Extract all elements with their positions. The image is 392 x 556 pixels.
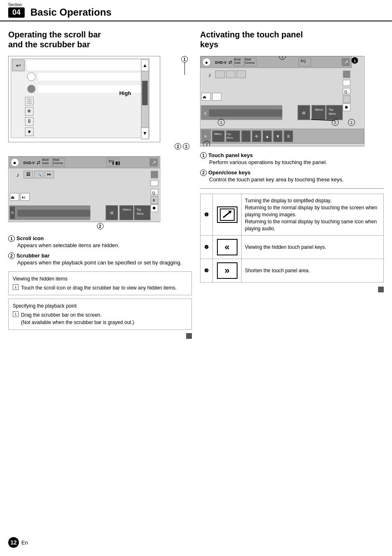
row2-icon-box: « — [217, 239, 238, 255]
svg-text:1: 1 — [354, 59, 356, 63]
right-column: Activating the touch panel keys ⏺ DVD-V … — [200, 30, 384, 340]
svg-text:▲: ▲ — [265, 134, 269, 139]
left-column: Operating the scroll bar and the scrubbe… — [8, 30, 192, 340]
svg-text:Cinema: Cinema — [245, 61, 255, 64]
row1-icon-box — [217, 206, 238, 223]
svg-text:🖼: 🖼 — [26, 172, 30, 176]
right-desc-list: 1 Touch panel keys Perform various opera… — [200, 152, 384, 183]
info-box-1: Viewing the hidden items 1 Touch the scr… — [8, 271, 192, 295]
svg-text:«: « — [302, 109, 306, 116]
language-label: En — [21, 540, 28, 546]
svg-text:⏺: ⏺ — [152, 206, 156, 210]
svg-text:⇄: ⇄ — [37, 160, 40, 165]
right-block-icon — [378, 287, 384, 292]
svg-rect-50 — [151, 180, 158, 186]
row2-icon-cell: « — [213, 236, 242, 259]
row1-icon-cell — [213, 194, 242, 236]
svg-text:⏏: ⏏ — [203, 95, 206, 99]
dvd-callout2: 2 — [8, 223, 192, 229]
svg-text:✛: ✛ — [255, 134, 258, 139]
svg-text:✳: ✳ — [27, 108, 32, 114]
svg-text:▲: ▲ — [143, 63, 148, 68]
svg-text:▼: ▼ — [276, 134, 280, 139]
left-desc-list: 1 Scroll icon Appears when selectable it… — [8, 235, 192, 266]
svg-text:Top: Top — [136, 208, 141, 211]
svg-text:Menu: Menu — [329, 112, 336, 115]
svg-text:2: 2 — [334, 120, 336, 125]
info-box-2-title: Specifying the playback point — [13, 302, 187, 310]
svg-rect-49 — [151, 171, 158, 178]
svg-text:⏺: ⏺ — [13, 161, 16, 165]
svg-rect-95 — [237, 71, 246, 78]
svg-rect-21 — [142, 81, 148, 105]
touch-svg: ⏺ DVD-V ⇄ Book mark Wide Cinema EQ ↗ 1 — [200, 56, 364, 146]
table-row-1: ❶ Turning the display to simplified disp… — [201, 194, 384, 236]
svg-text:«: « — [110, 209, 114, 216]
row1-desc: Turning the display to simplified displa… — [242, 194, 384, 236]
svg-point-6 — [27, 85, 35, 93]
row3-icon-box: » — [217, 262, 238, 279]
svg-text:⏭: ⏭ — [47, 172, 51, 176]
svg-text:8: 8 — [28, 118, 31, 124]
callout1-top: 1 — [181, 56, 188, 75]
svg-point-4 — [27, 73, 35, 81]
svg-rect-94 — [226, 71, 235, 78]
svg-text:EQ: EQ — [301, 59, 306, 63]
svg-rect-5 — [37, 73, 141, 81]
svg-text:↩: ↩ — [16, 62, 21, 69]
svg-text:Top: Top — [329, 108, 333, 111]
svg-text:Menu: Menu — [214, 132, 221, 135]
svg-text:1: 1 — [350, 120, 353, 125]
svg-text:Q: Q — [344, 89, 348, 94]
svg-text:⏸: ⏸ — [152, 198, 156, 202]
svg-text:Wide: Wide — [245, 58, 251, 61]
svg-text:★: ★ — [27, 129, 32, 134]
page-footer: 12 En — [8, 537, 28, 548]
right-desc-body-2: Control the touch panel key area by touc… — [209, 176, 384, 183]
right-heading: Activating the touch panel keys — [200, 30, 384, 49]
row2-desc: Viewing the hidden touch panel keys. — [242, 236, 384, 259]
touch-diagram-container: ⏺ DVD-V ⇄ Book mark Wide Cinema EQ ↗ 1 — [200, 56, 384, 146]
svg-text:⇄: ⇄ — [228, 60, 232, 65]
desc-item-2: 2 Scrubber bar Appears when the playback… — [8, 253, 192, 266]
svg-rect-108 — [209, 109, 282, 117]
row1-num: ❶ — [201, 194, 213, 236]
svg-text:Top: Top — [227, 133, 231, 135]
svg-text:mark: mark — [42, 162, 49, 164]
svg-rect-64 — [17, 209, 90, 217]
svg-text:DVD-V: DVD-V — [23, 161, 35, 165]
left-end-icon — [8, 333, 192, 340]
svg-text:II: II — [11, 210, 13, 215]
svg-text:High: High — [119, 90, 131, 96]
svg-rect-3 — [26, 60, 144, 71]
svg-text:Menu: Menu — [136, 212, 143, 215]
page-number: 12 — [8, 537, 19, 548]
right-desc-body-1: Perform various operations by touching t… — [209, 159, 384, 166]
svg-text:Menu: Menu — [315, 108, 323, 111]
desc-body-2: Appears when the playback point can be s… — [17, 259, 192, 266]
dvd-svg: ⏺ DVD-V ⇄ Book mark Wide Cinema EQ ▌▐▌▌ … — [8, 156, 160, 222]
section-number: 04 — [8, 7, 25, 18]
svg-text:Book: Book — [42, 158, 49, 161]
svg-text:⏸: ⏸ — [286, 134, 291, 139]
svg-rect-100 — [343, 95, 350, 103]
svg-rect-96 — [343, 71, 350, 78]
svg-text:♪: ♪ — [16, 171, 19, 178]
row2-num: ❷ — [201, 236, 213, 259]
svg-rect-93 — [215, 71, 224, 78]
svg-text:⏺: ⏺ — [344, 105, 348, 109]
desc-body-1: Appears when selectable items are hidden… — [17, 242, 192, 249]
table-row-3: ❸ » Shorten the touch panel area. — [201, 259, 384, 283]
right-end-icon — [200, 287, 384, 294]
svg-rect-97 — [343, 80, 350, 86]
svg-text:Cinema: Cinema — [53, 162, 63, 164]
section-label: Section — [8, 2, 22, 7]
main-content: Operating the scroll bar and the scrubbe… — [0, 21, 392, 348]
svg-text:♪: ♪ — [208, 72, 211, 78]
svg-text:mark: mark — [234, 61, 241, 64]
svg-text:↗: ↗ — [344, 59, 348, 65]
svg-text:⏏: ⏏ — [11, 195, 14, 199]
svg-text:🔍: 🔍 — [37, 171, 42, 177]
table-row-2: ❷ « Viewing the hidden touch panel keys. — [201, 236, 384, 259]
svg-text:▼: ▼ — [143, 130, 148, 136]
